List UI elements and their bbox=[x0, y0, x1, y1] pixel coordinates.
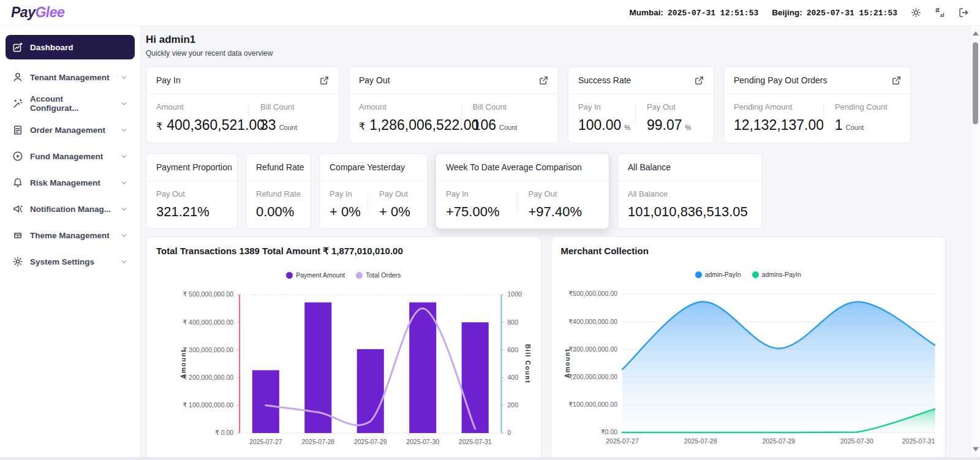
mumbai-label: Mumbai: bbox=[630, 8, 664, 17]
vertical-scrollbar[interactable] bbox=[970, 26, 980, 457]
legend-dot bbox=[695, 271, 702, 278]
external-link-icon[interactable] bbox=[320, 76, 329, 85]
beijing-clock: Beijing: 2025-07-31 15:21:53 bbox=[772, 8, 897, 18]
wand-icon bbox=[12, 98, 23, 109]
mumbai-clock: Mumbai: 2025-07-31 12:51:53 bbox=[630, 8, 759, 18]
sidebar-item-label: Theme Management bbox=[30, 231, 110, 240]
stat-pay-out: Pay Out + 0% bbox=[379, 189, 417, 220]
stat-divider bbox=[823, 104, 824, 126]
card-title: Pending Pay Out Orders bbox=[734, 75, 827, 85]
stat-value: +97.40% bbox=[529, 204, 600, 220]
svg-text:2025-07-29: 2025-07-29 bbox=[354, 438, 387, 445]
external-link-icon[interactable] bbox=[539, 76, 548, 85]
bell-icon bbox=[12, 177, 23, 188]
legend-label: admins-PayIn bbox=[762, 271, 801, 278]
svg-text:2025-07-28: 2025-07-28 bbox=[684, 437, 717, 445]
sidebar-item-system-settings[interactable]: System Settings bbox=[6, 249, 135, 274]
sidebar-item-tenant-management[interactable]: Tenant Management bbox=[6, 65, 135, 89]
beijing-time: 2025-07-31 15:21:53 bbox=[807, 9, 897, 18]
svg-text:600: 600 bbox=[507, 346, 518, 353]
sidebar-item-notification-management[interactable]: Notification Manag... bbox=[6, 197, 135, 221]
dashboard-icon bbox=[12, 42, 23, 53]
chevron-down-icon bbox=[120, 179, 128, 187]
stat-divider bbox=[517, 190, 518, 213]
stat-pay-out: Pay Out +97.40% bbox=[529, 189, 600, 220]
stat-cards-row-2: Payment Proportion Pay Out 321.21% Refun… bbox=[146, 153, 946, 229]
svg-text:₹ 500,000,000.00: ₹ 500,000,000.00 bbox=[183, 291, 233, 298]
svg-text:₹ 0.00: ₹ 0.00 bbox=[215, 429, 233, 437]
svg-text:800: 800 bbox=[507, 319, 518, 326]
brand-logo[interactable]: PayGlee bbox=[11, 4, 64, 21]
chart-title: Merchant Collection bbox=[561, 246, 936, 256]
play-circle-icon bbox=[12, 151, 23, 162]
merchant-collection-chart-card: Merchant Collection admin-PayIn admins-P… bbox=[551, 236, 946, 457]
stat-label: Amount bbox=[156, 102, 249, 111]
stat-label: Pay Out bbox=[156, 189, 227, 198]
legend-item-admins-payin[interactable]: admins-PayIn bbox=[752, 271, 801, 278]
stat-label: Pay In bbox=[330, 189, 368, 198]
legend-dot bbox=[752, 271, 759, 278]
external-link-icon[interactable] bbox=[892, 76, 901, 85]
stat-pay-out: Pay Out 99.07% bbox=[647, 102, 704, 134]
card-title: Refund Rate bbox=[256, 162, 304, 172]
pay-in-card: Pay In Amount ₹400,360,521.00 Bill Count… bbox=[146, 66, 339, 143]
legend-item-total-orders[interactable]: Total Orders bbox=[356, 271, 401, 279]
scroll-up-arrow[interactable] bbox=[973, 31, 979, 36]
stat-label: Pending Amount bbox=[734, 102, 823, 111]
charts-row: Total Transactions 1389 Total Amount ₹ 1… bbox=[146, 236, 946, 457]
scrollbar-thumb[interactable] bbox=[973, 42, 978, 124]
svg-text:₹0.00: ₹0.00 bbox=[600, 429, 617, 436]
stat-value: 33Count bbox=[260, 117, 329, 134]
header-right: Mumbai: 2025-07-31 12:51:53 Beijing: 202… bbox=[630, 7, 969, 18]
card-title: Compare Yesterday bbox=[330, 162, 405, 172]
sidebar-item-label: Tenant Management bbox=[30, 73, 110, 82]
sidebar-item-fund-management[interactable]: Fund Management bbox=[6, 144, 135, 168]
stat-refund-rate: Refund Rate 0.00% bbox=[256, 189, 301, 220]
svg-text:z: z bbox=[940, 13, 943, 18]
stat-value: ₹1,286,006,522.00 bbox=[359, 117, 461, 134]
week-to-date-average-comparison-card: Week To Date Average Comparison Pay In +… bbox=[435, 153, 609, 229]
theme-sun-icon[interactable] bbox=[911, 7, 921, 18]
legend-label: Total Orders bbox=[366, 271, 401, 279]
stat-label: Pay In bbox=[446, 189, 517, 198]
sidebar-item-account-configuration[interactable]: Account Configurat... bbox=[6, 91, 135, 116]
sidebar-item-order-management[interactable]: Order Management bbox=[6, 118, 135, 142]
beijing-label: Beijing: bbox=[772, 8, 802, 17]
sidebar-item-label: Risk Management bbox=[30, 178, 100, 187]
svg-text:₹ 300,000,000.00: ₹ 300,000,000.00 bbox=[183, 346, 233, 353]
legend-dot bbox=[356, 272, 363, 279]
card-title: Pay In bbox=[156, 75, 181, 85]
stat-cards-row-1: Pay In Amount ₹400,360,521.00 Bill Count… bbox=[146, 66, 946, 143]
translate-icon[interactable]: A z bbox=[935, 7, 945, 18]
user-icon bbox=[12, 72, 23, 83]
stat-pay-in: Pay In +75.00% bbox=[446, 189, 517, 220]
pay-out-card: Pay Out Amount ₹1,286,006,522.00 Bill Co… bbox=[349, 66, 559, 143]
sidebar-item-risk-management[interactable]: Risk Management bbox=[6, 170, 135, 195]
horizontal-scrollbar-track[interactable] bbox=[0, 457, 980, 460]
legend-dot bbox=[286, 272, 293, 279]
page-subtitle: Quickly view your recent data overview bbox=[146, 49, 946, 58]
merchant-collection-area-chart: ₹0.00₹100,000,000.00₹200,000,000.00₹300,… bbox=[561, 281, 936, 452]
logout-icon[interactable] bbox=[959, 7, 969, 18]
main-content: Hi admin1 Quickly view your recent data … bbox=[141, 26, 970, 457]
legend-item-admin-payin[interactable]: admin-PayIn bbox=[695, 271, 741, 278]
chevron-down-icon bbox=[120, 126, 128, 134]
svg-text:₹ 400,000,000.00: ₹ 400,000,000.00 bbox=[183, 319, 233, 326]
card-title: Payment Proportion bbox=[156, 162, 232, 172]
external-link-icon[interactable] bbox=[695, 76, 704, 85]
stat-value: +75.00% bbox=[446, 204, 517, 220]
sidebar-item-theme-management[interactable]: Theme Management bbox=[6, 223, 135, 247]
sidebar-item-label: System Settings bbox=[30, 257, 94, 266]
stat-all-balance: All Balance 101,010,836,513.05 bbox=[628, 189, 752, 220]
svg-text:Amount: Amount bbox=[564, 349, 571, 379]
svg-text:2025-07-31: 2025-07-31 bbox=[902, 437, 935, 445]
transactions-bar-line-chart: ₹ 0.00₹ 100,000,000.00₹ 200,000,000.00₹ … bbox=[156, 281, 531, 453]
svg-text:400: 400 bbox=[507, 374, 518, 381]
scroll-down-arrow[interactable] bbox=[973, 447, 979, 451]
sidebar-item-dashboard[interactable]: Dashboard bbox=[6, 35, 135, 59]
stat-label: Bill Count bbox=[473, 102, 548, 111]
stat-pay-in: Pay In + 0% bbox=[330, 189, 368, 220]
chevron-down-icon bbox=[120, 100, 128, 108]
legend-item-payment-amount[interactable]: Payment Amount bbox=[286, 271, 345, 279]
svg-text:200: 200 bbox=[507, 401, 518, 409]
